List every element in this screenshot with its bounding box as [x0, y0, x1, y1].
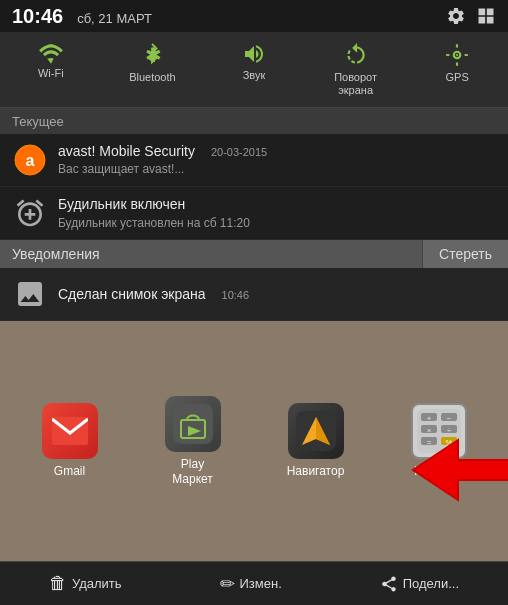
- wifi-label: Wi-Fi: [38, 67, 64, 80]
- notification-header: Текущее: [0, 108, 508, 134]
- settings-icon[interactable]: [446, 6, 466, 26]
- bluetooth-label: Bluetooth: [129, 71, 175, 84]
- nav-label: Навигатор: [287, 464, 345, 478]
- gps-label: GPS: [446, 71, 469, 84]
- svg-text:÷: ÷: [446, 426, 451, 435]
- clear-notifications-button[interactable]: Стереть: [422, 240, 508, 268]
- bluetooth-icon: ✱: [141, 42, 163, 68]
- avast-content: avast! Mobile Security 20-03-2015 Вас за…: [58, 143, 496, 177]
- share-button[interactable]: Подели...: [380, 575, 459, 593]
- calc-icon: + − × ÷ = %: [411, 403, 467, 459]
- edit-icon: ✏: [220, 573, 235, 595]
- alarm-subtitle: Будильник установлен на сб 11:20: [58, 216, 250, 230]
- sound-label: Звук: [243, 69, 266, 82]
- delete-label: Удалить: [72, 576, 122, 591]
- delete-icon: 🗑: [49, 573, 67, 594]
- wifi-icon: [38, 42, 64, 64]
- rotation-label: Поворотэкрана: [334, 71, 377, 97]
- rotation-icon: [343, 42, 369, 68]
- svg-text:−: −: [446, 414, 451, 423]
- gmail-label: Gmail: [54, 464, 85, 478]
- alarm-title: Будильник включен: [58, 196, 185, 212]
- qs-rotation[interactable]: Поворотэкрана: [305, 38, 407, 101]
- status-time: 10:46: [12, 5, 63, 28]
- grid-icon[interactable]: [476, 6, 496, 26]
- quick-settings: Wi-Fi ✱ Bluetooth Звук: [0, 32, 508, 108]
- play-label: PlayМаркет: [172, 457, 213, 486]
- svg-text:✱: ✱: [145, 44, 162, 66]
- bottom-bar: 🗑 Удалить ✏ Измен. Подели...: [0, 561, 508, 605]
- play-icon: [165, 396, 221, 452]
- notification-header-text: Текущее: [12, 114, 64, 129]
- qs-bluetooth[interactable]: ✱ Bluetooth: [102, 38, 204, 101]
- apps-section: Gmail PlayМаркет: [0, 321, 508, 561]
- svg-text:+: +: [426, 414, 431, 423]
- main-content: Wi-Fi ✱ Bluetooth Звук: [0, 32, 508, 605]
- svg-text:=: =: [426, 438, 431, 447]
- alarm-content: Будильник включен Будильник установлен н…: [58, 195, 496, 231]
- share-label: Подели...: [403, 576, 459, 591]
- svg-rect-5: [52, 417, 88, 445]
- avast-title: avast! Mobile Security: [58, 143, 195, 159]
- qs-gps[interactable]: GPS: [406, 38, 508, 101]
- app-nav[interactable]: Навигатор: [271, 403, 361, 478]
- status-bar: 10:46 сб, 21 МАРТ: [0, 0, 508, 32]
- app-calc[interactable]: + − × ÷ = % Калькул.: [394, 403, 484, 478]
- app-play[interactable]: PlayМаркет: [148, 396, 238, 486]
- edit-label: Измен.: [240, 576, 282, 591]
- svg-point-2: [456, 54, 458, 56]
- alarm-icon: [12, 195, 48, 231]
- screenshot-icon: [12, 276, 48, 312]
- sound-icon: [241, 42, 267, 66]
- gmail-icon: [42, 403, 98, 459]
- delete-button[interactable]: 🗑 Удалить: [49, 573, 122, 594]
- notification-avast[interactable]: a avast! Mobile Security 20-03-2015 Вас …: [0, 134, 508, 187]
- notification-screenshot[interactable]: Сделан снимок экрана 10:46: [0, 268, 508, 321]
- screenshot-title: Сделан снимок экрана: [58, 286, 206, 302]
- notification-actions: Уведомления Стереть: [0, 240, 508, 268]
- gps-icon: [444, 42, 470, 68]
- screenshot-time: 10:46: [222, 289, 250, 301]
- avast-time: 20-03-2015: [211, 146, 267, 158]
- notification-alarm[interactable]: Будильник включен Будильник установлен н…: [0, 187, 508, 240]
- app-gmail[interactable]: Gmail: [25, 403, 115, 478]
- qs-sound[interactable]: Звук: [203, 38, 305, 101]
- status-date: сб, 21 МАРТ: [77, 11, 152, 26]
- avast-icon: a: [12, 142, 48, 178]
- avast-subtitle: Вас защищает avast!...: [58, 162, 184, 176]
- status-icons: [446, 6, 496, 26]
- svg-text:%: %: [445, 438, 452, 447]
- share-icon: [380, 575, 398, 593]
- svg-text:a: a: [26, 152, 35, 169]
- edit-button[interactable]: ✏ Измен.: [220, 573, 282, 595]
- qs-wifi[interactable]: Wi-Fi: [0, 38, 102, 101]
- calc-label: Калькул.: [414, 464, 462, 478]
- nav-icon: [288, 403, 344, 459]
- svg-text:×: ×: [426, 426, 431, 435]
- screenshot-content: Сделан снимок экрана 10:46: [58, 286, 496, 302]
- notifications-label: Уведомления: [0, 240, 422, 268]
